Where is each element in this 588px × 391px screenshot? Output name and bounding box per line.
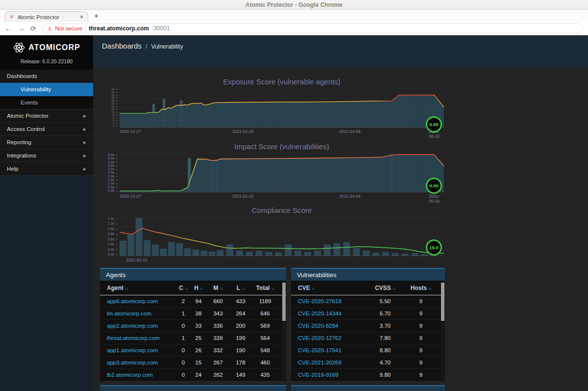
row-link[interactable]: lb2.atomicorp.com bbox=[107, 372, 176, 378]
row-value: 33 bbox=[190, 323, 207, 329]
row-value: 4.70 bbox=[366, 360, 405, 365]
row-link[interactable]: CVE-2021-20269 bbox=[298, 360, 366, 365]
column-header-cvss[interactable]: CVSS↑↓ bbox=[366, 285, 405, 291]
url-host: threat.atomicorp.com bbox=[89, 25, 149, 32]
chart-plot[interactable] bbox=[120, 153, 444, 192]
row-link[interactable]: CVE-2020-17541 bbox=[298, 347, 366, 353]
column-header-c[interactable]: C↑↓ bbox=[176, 285, 190, 291]
sidebar-item-label: Integrations bbox=[7, 153, 36, 158]
y-tick-label: 2.0k bbox=[108, 175, 118, 178]
panel-title: Agents bbox=[100, 268, 286, 281]
table-row: threat.atomicorp.com125339199564 bbox=[100, 332, 286, 344]
sidebar-item-integrations[interactable]: Integrations▶ bbox=[0, 149, 93, 162]
window-title: Atomic Protector - Google Chrome bbox=[245, 1, 343, 8]
chart-plot[interactable] bbox=[120, 217, 444, 256]
sort-icon[interactable]: ↑↓ bbox=[312, 287, 315, 291]
new-tab-icon[interactable]: + bbox=[94, 11, 98, 20]
row-value: 199 bbox=[229, 335, 252, 341]
sidebar-item-label: Help bbox=[7, 166, 19, 172]
forward-icon[interactable]: → bbox=[18, 25, 24, 32]
row-link[interactable]: lm.atomicorp.com bbox=[107, 311, 176, 316]
reload-icon[interactable]: ⟳ bbox=[30, 25, 36, 32]
sidebar-item-access-control[interactable]: Access Control▶ bbox=[0, 123, 93, 136]
row-value: 200 bbox=[229, 323, 252, 329]
sidebar-item-help[interactable]: Help▶ bbox=[0, 162, 93, 176]
sort-icon[interactable]: ↑↓ bbox=[185, 287, 188, 291]
sort-icon[interactable]: ↑↓ bbox=[392, 287, 395, 291]
row-link[interactable]: app6.atomicorp.com bbox=[107, 298, 176, 304]
x-tick-label: 2021-02-15 bbox=[232, 129, 253, 134]
close-icon[interactable]: ✕ bbox=[80, 14, 84, 20]
address-bar[interactable]: ⚠ Not secure threat.atomicorp.com :30001 bbox=[42, 24, 583, 33]
column-header-l[interactable]: L↑↓ bbox=[229, 285, 252, 291]
x-axis-labels: 2020-12-272021-02-152021-04-062021-06-18 bbox=[120, 128, 444, 134]
chevron-right-icon: ▶ bbox=[83, 154, 86, 158]
row-link[interactable]: app2.atomicorp.com bbox=[107, 323, 176, 329]
row-link[interactable]: app1.atomicorp.com bbox=[107, 347, 176, 353]
column-header-m[interactable]: M↑↓ bbox=[207, 285, 229, 291]
row-value: 9 bbox=[405, 298, 437, 304]
y-axis-labels: 26242220181614121086420 bbox=[100, 88, 120, 128]
column-header-h[interactable]: H↑↓ bbox=[190, 285, 207, 291]
row-link[interactable]: CVE-2020-14344 bbox=[298, 311, 366, 316]
not-secure-label[interactable]: Not secure bbox=[55, 26, 83, 31]
row-value: 0 bbox=[176, 372, 190, 378]
row-value: 1 bbox=[176, 311, 190, 316]
table-row: CVE-2021-202694.709 bbox=[291, 357, 445, 369]
column-header-hosts[interactable]: Hosts↑↓ bbox=[405, 285, 437, 291]
x-axis-labels: 2021-02-22 bbox=[120, 256, 444, 263]
row-link[interactable]: CVE-2020-8284 bbox=[298, 323, 366, 329]
table-scrollbar[interactable] bbox=[282, 283, 286, 380]
row-link[interactable]: app3.atomicorp.com bbox=[107, 360, 176, 365]
row-value: 149 bbox=[229, 372, 252, 378]
y-tick-label: 1.5k bbox=[108, 178, 118, 182]
row-value: 1189 bbox=[252, 298, 278, 304]
sidebar-item-atomic-protector[interactable]: Atomic Protector▶ bbox=[0, 109, 93, 123]
column-header-agent[interactable]: Agent↑↓ bbox=[107, 285, 176, 291]
y-tick-label: 0.4k bbox=[108, 242, 118, 246]
sidebar-item-vulnerability[interactable]: Vulnerability bbox=[0, 83, 93, 96]
sidebar-item-events[interactable]: Events bbox=[0, 96, 93, 109]
column-header-cve[interactable]: CVE↑↓ bbox=[298, 285, 366, 291]
sort-icon[interactable]: ↑↓ bbox=[125, 287, 128, 291]
table-scrollbar[interactable] bbox=[441, 283, 444, 380]
row-value: 5.50 bbox=[366, 298, 405, 304]
y-tick-label: 0.6k bbox=[108, 237, 118, 241]
row-link[interactable]: threat.atomicorp.com bbox=[107, 335, 176, 341]
row-value: 26 bbox=[190, 347, 207, 353]
sort-icon[interactable]: ↑↓ bbox=[428, 287, 431, 291]
sort-icon[interactable]: ↑↓ bbox=[200, 287, 203, 291]
y-tick-label: 0 bbox=[113, 125, 118, 128]
chart-plot[interactable] bbox=[120, 88, 444, 128]
sidebar-menu: DashboardsVulnerabilityEventsAtomic Prot… bbox=[0, 70, 93, 176]
chevron-right-icon: ▶ bbox=[83, 127, 86, 131]
row-link[interactable]: CVE-2020-27618 bbox=[298, 298, 366, 304]
row-value: 0 bbox=[176, 323, 190, 329]
sort-icon[interactable]: ↑↓ bbox=[242, 287, 245, 291]
window-titlebar[interactable]: Atomic Protector - Google Chrome bbox=[0, 0, 588, 10]
row-value: 343 bbox=[207, 311, 229, 316]
browser-tab[interactable]: ⚛ Atomic Protector ✕ bbox=[5, 11, 88, 22]
sidebar-item-label: Dashboards bbox=[7, 73, 37, 79]
y-tick-label: 1.0k bbox=[108, 227, 118, 231]
back-icon[interactable]: ← bbox=[5, 25, 12, 32]
row-link[interactable]: CVE-2019-9169 bbox=[298, 372, 366, 378]
row-value: 7.80 bbox=[366, 335, 405, 341]
y-axis-labels: 1.4k1.2k1.0k0.8k0.6k0.4k0.2k0.0k bbox=[100, 217, 120, 256]
row-value: 264 bbox=[229, 311, 252, 316]
table-row: lb2.atomicorp.com024262149435 bbox=[100, 369, 286, 381]
browser-window: Atomic Protector - Google Chrome ⚛ Atomi… bbox=[0, 0, 588, 391]
x-tick-label: 2020-12-27 bbox=[120, 129, 141, 134]
sidebar-item-label: Events bbox=[21, 100, 38, 105]
sidebar-item-dashboards[interactable]: Dashboards bbox=[0, 70, 93, 83]
row-link[interactable]: CVE-2020-12762 bbox=[298, 335, 366, 341]
column-header-total[interactable]: Total↑↓ bbox=[252, 285, 278, 291]
breadcrumb-section[interactable]: Dashboards bbox=[102, 42, 142, 50]
brand[interactable]: ATOMICORP bbox=[0, 35, 93, 55]
sort-icon[interactable]: ↑↓ bbox=[271, 287, 274, 291]
warning-triangle-icon[interactable]: ⚠ bbox=[48, 26, 52, 31]
sidebar-item-reporting[interactable]: Reporting▶ bbox=[0, 136, 93, 149]
chart-title: Exposure Score (vulnerable agents) bbox=[120, 78, 444, 88]
x-axis-labels: 2020-12-272021-02-152021-04-062021-06-18 bbox=[120, 192, 444, 199]
sort-icon[interactable]: ↑↓ bbox=[220, 287, 223, 291]
